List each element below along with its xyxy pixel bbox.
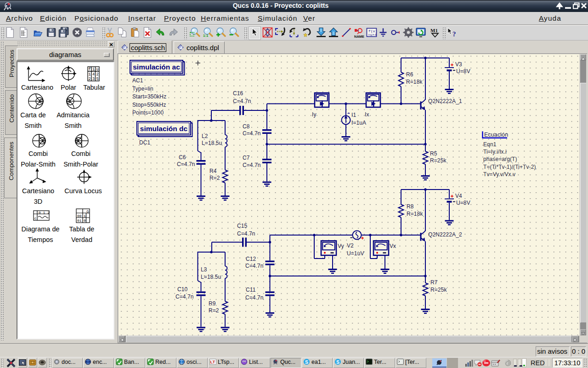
svg-text:C=4.7n: C=4.7n — [245, 263, 264, 269]
svg-text:3: 3 — [92, 77, 95, 81]
svg-text:R=25k: R=25k — [430, 157, 447, 164]
svg-text:C10: C10 — [177, 286, 188, 293]
svg-text:Stop=550kHz: Stop=550kHz — [132, 102, 166, 108]
svg-text:R6: R6 — [406, 71, 413, 78]
svg-text:V2: V2 — [347, 242, 354, 249]
svg-text:U=8V: U=8V — [456, 68, 470, 75]
svg-text:C=4.7n: C=4.7n — [245, 294, 264, 301]
svg-text:R=2: R=2 — [209, 175, 220, 181]
svg-text:V3: V3 — [455, 61, 462, 68]
svg-text:Iy: Iy — [312, 111, 317, 118]
svg-text:C=4.7n: C=4.7n — [243, 162, 261, 168]
svg-text:Ix: Ix — [365, 111, 369, 118]
svg-text:simulación dc: simulación dc — [140, 125, 188, 132]
svg-text:C=4.7n: C=4.7n — [177, 161, 195, 167]
svg-text:phase=arg(T): phase=arg(T) — [483, 156, 517, 162]
svg-text:S: S — [336, 359, 339, 365]
svg-text:L3: L3 — [201, 266, 207, 273]
svg-text:C12: C12 — [246, 256, 256, 262]
svg-text:1: 1 — [84, 214, 86, 218]
svg-text:U=1uV: U=1uV — [347, 250, 364, 257]
svg-text:C6: C6 — [179, 154, 186, 161]
svg-text:C7: C7 — [243, 155, 250, 161]
svg-text:C=4.7n: C=4.7n — [233, 98, 251, 104]
svg-text:simulación ac: simulación ac — [133, 63, 180, 71]
svg-text:00: 00 — [77, 214, 82, 218]
svg-text:C8: C8 — [243, 123, 250, 130]
svg-text:c: c — [34, 216, 37, 220]
svg-text:R4: R4 — [209, 168, 217, 174]
svg-text:5: 5 — [96, 77, 98, 81]
svg-text:S: S — [305, 359, 308, 365]
svg-text:Type=lin: Type=lin — [132, 86, 153, 92]
svg-text:I=1uA: I=1uA — [351, 120, 366, 126]
svg-text:?: ? — [452, 30, 456, 38]
svg-text:Ti=Iy.i/Ix.i: Ti=Iy.i/Ix.i — [483, 149, 507, 155]
svg-text:Q2N2222A_1: Q2N2222A_1 — [428, 98, 462, 104]
svg-text:R5: R5 — [430, 150, 437, 157]
svg-text:Points=1000: Points=1000 — [132, 109, 164, 116]
svg-text:u: u — [96, 67, 98, 72]
svg-text:f: f — [88, 67, 90, 72]
svg-text:C=4.7n: C=4.7n — [243, 130, 261, 137]
svg-text:4: 4 — [92, 72, 95, 77]
svg-text:L2: L2 — [202, 133, 208, 139]
svg-text:Ecuación: Ecuación — [484, 132, 508, 138]
svg-text:Eqn1: Eqn1 — [483, 141, 497, 148]
svg-text:L=18.5u: L=18.5u — [201, 274, 221, 280]
svg-text:i: i — [92, 67, 95, 72]
svg-text:V4: V4 — [455, 193, 462, 199]
svg-text:=u+4: =u+4 — [368, 33, 377, 37]
svg-text:Start=350kHz: Start=350kHz — [132, 93, 166, 100]
svg-text:NAME: NAME — [354, 34, 364, 39]
svg-text:U=8V: U=8V — [456, 200, 470, 206]
svg-text:0: 0 — [84, 218, 86, 223]
svg-text:C=4.7n: C=4.7n — [237, 230, 255, 237]
svg-text:R=18k: R=18k — [406, 79, 423, 85]
svg-text:Tv=Vy.v/Vx.v: Tv=Vy.v/Vx.v — [483, 171, 515, 178]
svg-text:R=25k: R=25k — [430, 287, 447, 293]
svg-text:Vy: Vy — [338, 243, 344, 249]
svg-text:AC1: AC1 — [132, 77, 143, 84]
svg-text:DC1: DC1 — [139, 139, 151, 146]
svg-text:0 1 2: 0 1 2 — [39, 211, 50, 215]
svg-text:C15: C15 — [237, 223, 248, 229]
svg-text:Vx: Vx — [390, 243, 396, 249]
svg-text:R8: R8 — [407, 203, 414, 210]
svg-text:Q: Q — [87, 209, 89, 213]
svg-text:2: 2 — [96, 72, 98, 77]
svg-text:T=(Ti*Tv-1)/(Ti+Tv-2): T=(Ti*Tv-1)/(Ti+Tv-2) — [483, 164, 536, 170]
svg-text:L=18.5u: L=18.5u — [202, 140, 222, 146]
svg-text:C11: C11 — [246, 287, 256, 293]
svg-text:Q2N2222A_2: Q2N2222A_2 — [428, 231, 462, 238]
svg-text:1: 1 — [88, 72, 90, 77]
svg-text:R7: R7 — [430, 279, 438, 286]
svg-text:01: 01 — [77, 218, 82, 223]
svg-text:C=4.7n: C=4.7n — [175, 293, 194, 300]
svg-text:I1: I1 — [351, 112, 356, 118]
svg-text:C16: C16 — [233, 90, 243, 97]
svg-text:1:1: 1:1 — [203, 34, 209, 38]
svg-text:R=2: R=2 — [209, 307, 219, 314]
svg-text:2: 2 — [88, 77, 90, 81]
svg-text:R9: R9 — [209, 300, 216, 307]
svg-text:LT: LT — [210, 359, 215, 364]
svg-text:R=18k: R=18k — [407, 211, 423, 217]
svg-text:M1: M1 — [430, 28, 438, 33]
